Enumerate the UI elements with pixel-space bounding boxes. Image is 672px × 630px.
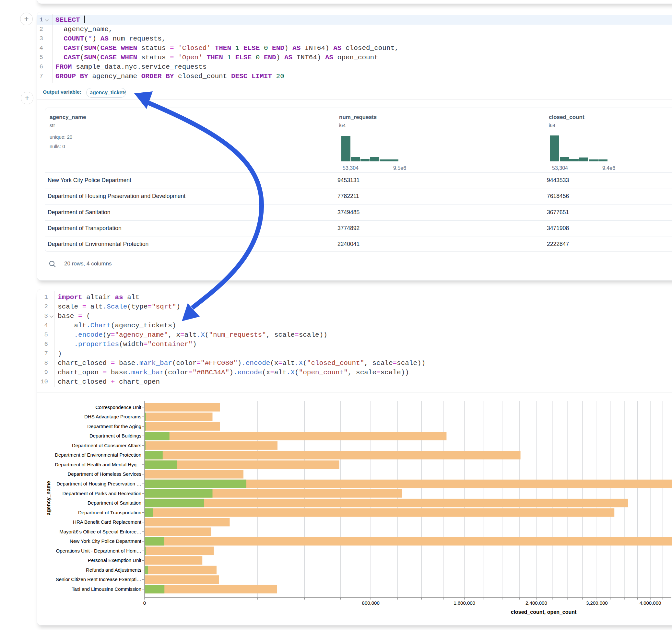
svg-text:Personal Exemption Unit: Personal Exemption Unit — [88, 557, 142, 563]
svg-text:Department of Buildings: Department of Buildings — [90, 433, 141, 438]
svg-text:agency_name: agency_name — [46, 481, 51, 515]
svg-text:HRA Benefit Card Replacement: HRA Benefit Card Replacement — [73, 519, 142, 525]
svg-text:Taxi and Limousine Commission: Taxi and Limousine Commission — [72, 586, 141, 592]
svg-text:Department of Health and Menta: Department of Health and Mental Hyg… — [55, 462, 141, 467]
svg-text:Department of Parks and Recrea: Department of Parks and Recreation — [63, 491, 141, 496]
svg-text:Department of Environmental Pr: Department of Environmental Protection — [55, 452, 141, 458]
svg-text:DHS Advantage Programs: DHS Advantage Programs — [84, 414, 141, 419]
svg-text:800,000: 800,000 — [362, 600, 380, 606]
svg-text:New York City Police Departmen: New York City Police Department — [70, 538, 142, 544]
svg-text:Correspondence Unit: Correspondence Unit — [95, 405, 142, 410]
svg-text:3,200,000: 3,200,000 — [586, 600, 608, 606]
svg-text:2,400,000: 2,400,000 — [526, 600, 547, 606]
svg-text:Department of Housing Preserva: Department of Housing Preservation … — [56, 481, 141, 486]
svg-text:0: 0 — [143, 600, 146, 606]
svg-text:1,600,000: 1,600,000 — [454, 600, 475, 606]
svg-text:Mayorâ€ s Office of Special En: Mayorâ€ s Office of Special Enforce… — [59, 529, 141, 534]
svg-text:Department of Consumer Affairs: Department of Consumer Affairs — [72, 443, 141, 448]
svg-text:Senior Citizen Rent Increase E: Senior Citizen Rent Increase Exempti… — [56, 577, 141, 582]
svg-text:Department of Transportation: Department of Transportation — [78, 510, 141, 515]
svg-text:Operations Unit - Department o: Operations Unit - Department of Hom… — [56, 548, 141, 554]
svg-text:closed_count, open_count: closed_count, open_count — [511, 609, 577, 615]
svg-text:Department for the Aging: Department for the Aging — [87, 423, 141, 429]
svg-text:Department of Sanitation: Department of Sanitation — [88, 500, 141, 506]
svg-text:4,000,000: 4,000,000 — [640, 600, 661, 606]
svg-text:Department of Homeless Service: Department of Homeless Services — [67, 471, 141, 477]
svg-text:Refunds and Adjustments: Refunds and Adjustments — [86, 567, 141, 573]
